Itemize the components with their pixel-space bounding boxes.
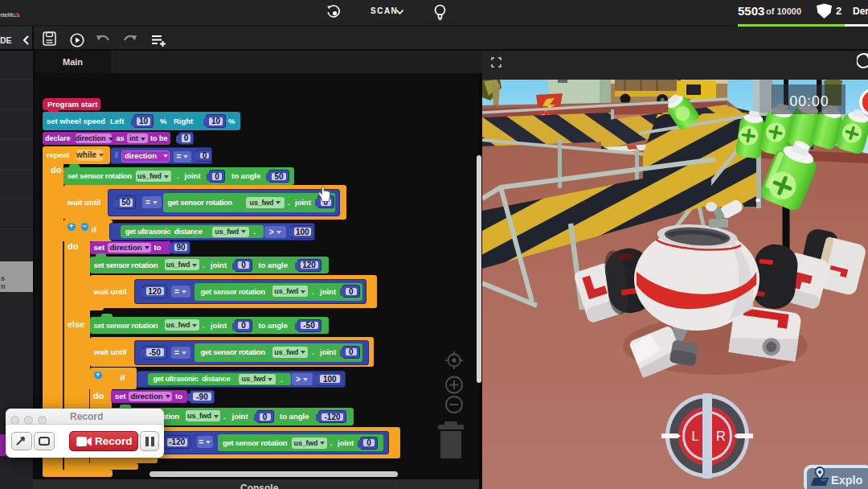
svg-text:L: L — [691, 429, 698, 443]
svg-text:00:00: 00:00 — [790, 93, 829, 109]
svg-text:Explo: Explo — [831, 474, 863, 487]
svg-text:R: R — [716, 429, 726, 443]
